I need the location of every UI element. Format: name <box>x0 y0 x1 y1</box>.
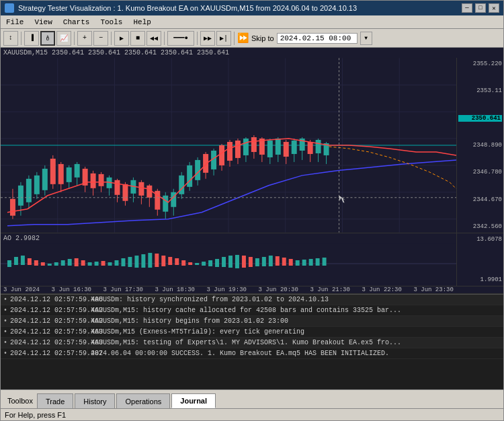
chart-canvas[interactable] <box>1 58 456 233</box>
menu-help[interactable]: Help <box>128 17 156 28</box>
time-3: 3 Jun 17:30 <box>103 286 143 293</box>
title-left: Strategy Tester Visualization : 1. Kumo … <box>5 3 357 13</box>
time-5: 3 Jun 19:30 <box>207 286 247 293</box>
tb-speed[interactable]: ━━━● <box>167 31 194 46</box>
svg-rect-106 <box>48 264 52 266</box>
tab-journal[interactable]: Journal <box>171 393 216 408</box>
svg-rect-145 <box>309 259 313 266</box>
tb-bar-chart[interactable]: ▐ <box>24 31 39 46</box>
close-button[interactable]: ✕ <box>489 3 499 13</box>
ao-high: 13.6078 <box>458 236 502 243</box>
svg-rect-113 <box>95 262 99 266</box>
svg-rect-101 <box>14 257 18 265</box>
ao-axis: 13.6078 1.9901 <box>456 233 503 286</box>
log-time-2: •2024.12.12 02:57:59.462 <box>1 305 88 315</box>
title-controls[interactable]: ─ □ ✕ <box>462 3 499 13</box>
tb-arrow[interactable]: ↕ <box>3 31 18 46</box>
svg-rect-115 <box>108 262 112 266</box>
svg-rect-119 <box>134 256 138 268</box>
tb-zoom-out[interactable]: − <box>93 31 108 46</box>
time-9: 3 Jun 23:30 <box>413 286 453 293</box>
ao-low: 1.9901 <box>458 276 502 283</box>
tb-prev[interactable]: ◀◀ <box>146 31 161 46</box>
svg-rect-92 <box>316 140 321 153</box>
menu-tools[interactable]: Tools <box>95 17 128 28</box>
log-time-6: •2024.12.12 02:57:59.487 <box>1 348 88 358</box>
svg-rect-62 <box>195 160 200 180</box>
svg-rect-105 <box>41 262 45 266</box>
svg-rect-117 <box>121 258 125 266</box>
ao-canvas: AO 2.9982 <box>1 233 456 286</box>
svg-rect-70 <box>227 142 233 161</box>
minimize-button[interactable]: ─ <box>462 3 472 13</box>
price-2355: 2355.220 <box>458 61 502 67</box>
tab-bar: Toolbox Trade History Operations Journal <box>1 389 503 408</box>
tab-history[interactable]: History <box>75 393 115 408</box>
log-row[interactable]: •2024.12.12 02:57:59.406 XAUUSDm: histor… <box>1 295 503 305</box>
log-msg-4: XAUUSDm,M15 (Exness-MT5Trial9): every ti… <box>88 327 503 337</box>
tb-stop[interactable]: ■ <box>130 31 145 46</box>
time-7: 3 Jun 21:30 <box>310 286 350 293</box>
svg-rect-144 <box>302 260 306 266</box>
status-bar: For Help, press F1 <box>1 408 503 420</box>
maximize-button[interactable]: □ <box>475 3 486 13</box>
toolbox-label: Toolbox <box>3 393 37 408</box>
svg-rect-124 <box>168 257 172 265</box>
svg-rect-129 <box>202 262 206 266</box>
tb-sep3 <box>111 32 112 45</box>
price-2353: 2353.11 <box>458 87 502 94</box>
svg-rect-38 <box>99 174 104 186</box>
ao-svg <box>1 243 456 284</box>
log-row[interactable]: •2024.12.12 02:57:59.462 XAUUSDm,M15: hi… <box>1 305 503 316</box>
tb-play[interactable]: ▶ <box>114 31 129 46</box>
svg-rect-140 <box>276 256 280 266</box>
svg-rect-134 <box>235 255 239 268</box>
log-msg-3: XAUUSDm,M15: history begins from 2023.01… <box>88 316 503 326</box>
tb-sep4 <box>164 32 165 45</box>
svg-rect-128 <box>195 263 199 265</box>
tb-zoom-in[interactable]: + <box>77 31 92 46</box>
log-row[interactable]: •2024.12.12 02:57:59.463 XAUUSDm,M15: te… <box>1 338 503 348</box>
log-msg-1: XAUUSDm: history synchronized from 2023.… <box>88 295 503 305</box>
svg-rect-90 <box>308 142 313 154</box>
log-row[interactable]: •2024.12.12 02:57:59.462 XAUUSDm,M15: hi… <box>1 316 503 327</box>
price-current: 2350.641 <box>458 115 502 122</box>
tb-sep5 <box>197 32 198 45</box>
time-6: 3 Jun 20:30 <box>259 286 298 293</box>
log-row[interactable]: •2024.12.12 02:57:59.487 2024.06.04 00:0… <box>1 348 503 359</box>
chart-header: XAUUSDm,M15 2350.641 2350.641 2350.641 2… <box>1 48 503 58</box>
tab-operations[interactable]: Operations <box>116 393 170 408</box>
svg-rect-68 <box>219 145 224 165</box>
menu-view[interactable]: View <box>29 17 57 28</box>
tb-line-chart[interactable]: 📈 <box>56 31 71 46</box>
toolbar: ↕ ▐ 🕯 📈 + − ▶ ■ ◀◀ ━━━● ▶▶ ▶| ⏩ Skip to … <box>1 29 503 48</box>
svg-rect-26 <box>50 159 56 184</box>
menu-charts[interactable]: Charts <box>58 17 95 28</box>
price-2344: 2344.670 <box>458 196 502 203</box>
log-time-3: •2024.12.12 02:57:59.462 <box>1 316 88 326</box>
tab-trade[interactable]: Trade <box>37 393 73 408</box>
svg-rect-80 <box>267 141 273 157</box>
time-4: 3 Jun 18:30 <box>155 286 195 293</box>
log-content: Time Message •2024.12.12 02:57:59.406 XA… <box>1 283 503 389</box>
tb-skip-fwd[interactable]: ▶▶ <box>200 31 215 46</box>
main-window: Strategy Tester Visualization : 1. Kumo … <box>0 0 504 421</box>
svg-rect-118 <box>128 257 132 267</box>
svg-rect-147 <box>323 258 327 266</box>
skip-to-dropdown[interactable]: ▼ <box>360 32 372 45</box>
log-row[interactable]: •2024.12.12 02:57:59.463 XAUUSDm,M15 (Ex… <box>1 327 503 338</box>
svg-rect-54 <box>163 196 168 212</box>
svg-rect-131 <box>215 259 219 267</box>
svg-rect-22 <box>34 176 40 194</box>
tb-skip-end[interactable]: ▶| <box>216 31 231 46</box>
main-area: XAUUSDm,M15 2350.641 2350.641 2350.641 2… <box>1 48 503 408</box>
svg-rect-125 <box>175 258 179 265</box>
svg-rect-103 <box>28 258 32 265</box>
tb-candle[interactable]: 🕯 <box>40 31 55 46</box>
skip-to-input[interactable] <box>277 33 358 44</box>
price-axis: 2355.220 2353.11 2350.641 2348.890 2346.… <box>456 58 503 233</box>
svg-rect-102 <box>21 256 25 265</box>
menu-file[interactable]: File <box>1 17 29 28</box>
svg-rect-123 <box>161 256 165 266</box>
log-msg-2: XAUUSDm,M15: history cache allocated for… <box>88 305 503 315</box>
